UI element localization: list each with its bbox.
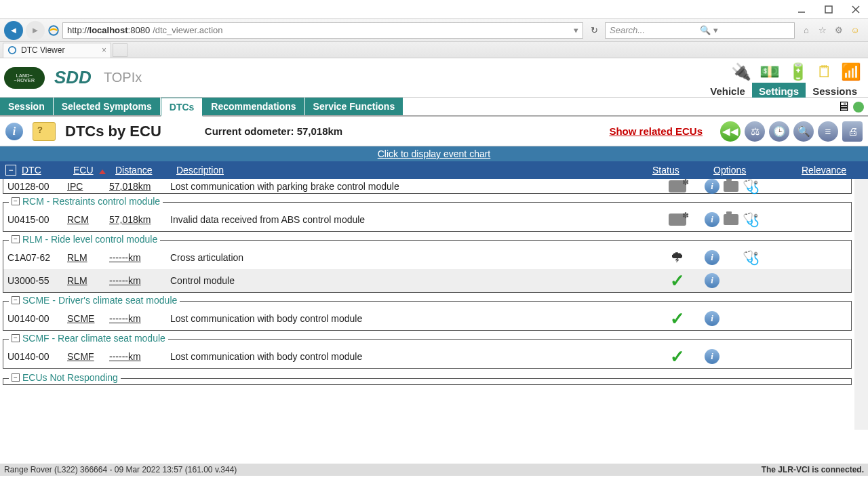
list-icon[interactable]: ≡ bbox=[818, 121, 838, 142]
favorites-icon[interactable]: ☆ bbox=[816, 25, 829, 35]
status-dot-icon bbox=[853, 102, 864, 113]
maximize-button[interactable] bbox=[822, 3, 835, 16]
info-option-icon[interactable]: i bbox=[705, 212, 719, 227]
info-option-icon[interactable]: i bbox=[705, 273, 719, 288]
new-tab-button[interactable] bbox=[113, 43, 127, 57]
tab-close-icon[interactable]: × bbox=[102, 45, 106, 55]
home-icon[interactable]: ⌂ bbox=[800, 25, 812, 35]
expand-icon[interactable]: − bbox=[12, 373, 20, 382]
tab-recommendations[interactable]: Recommendations bbox=[203, 98, 304, 115]
footer-left: Range Rover (L322) 366664 - 09 Mar 2022 … bbox=[4, 465, 237, 474]
cell-distance[interactable]: 57,018km bbox=[109, 181, 170, 192]
scroll-down-button[interactable]: ▼ bbox=[856, 418, 867, 430]
expand-icon[interactable]: − bbox=[12, 197, 20, 205]
cell-ecu[interactable]: IPC bbox=[67, 181, 109, 192]
camera-option-icon[interactable] bbox=[724, 214, 738, 225]
collapse-all-button[interactable]: − bbox=[5, 165, 16, 176]
cloud-icon: 🌩 bbox=[671, 250, 684, 266]
camera-option-icon[interactable] bbox=[724, 181, 738, 192]
rewind-icon[interactable]: ◀◀ bbox=[720, 121, 741, 142]
cell-distance[interactable]: 57,018km bbox=[109, 214, 170, 225]
page-title: DTCs by ECU bbox=[65, 123, 161, 140]
url-dropdown-icon[interactable]: ▾ bbox=[574, 25, 578, 35]
cell-ecu[interactable]: SCMF bbox=[67, 351, 109, 362]
table-row[interactable]: U3000-55RLM------kmControl module✓i bbox=[3, 269, 851, 292]
cell-description: Lost communication with body control mod… bbox=[170, 351, 650, 362]
ecu-group: −RCM - Restraints control moduleU0415-00… bbox=[3, 202, 852, 232]
landrover-badge: LAND~ ~ROVER bbox=[4, 67, 45, 89]
close-button[interactable] bbox=[849, 3, 863, 16]
cell-ecu[interactable]: RLM bbox=[67, 275, 109, 286]
search-icon[interactable]: 🔍 ▾ bbox=[700, 25, 790, 35]
battery-icon[interactable]: 🔋 bbox=[788, 62, 808, 81]
group-name: SCME - Driver's climate seat module bbox=[22, 295, 177, 306]
group-label[interactable]: −RLM - Ride level control module bbox=[9, 234, 160, 245]
monitor-icon[interactable]: 🖥 bbox=[837, 99, 850, 115]
rss-icon[interactable]: 📶 bbox=[841, 62, 861, 81]
topix-label[interactable]: TOPIx bbox=[104, 70, 142, 85]
print-icon[interactable]: 🖨 bbox=[842, 121, 863, 142]
cell-distance[interactable]: ------km bbox=[109, 252, 170, 263]
refresh-button[interactable]: ↻ bbox=[586, 25, 602, 35]
expand-icon[interactable]: − bbox=[12, 334, 20, 342]
browser-tab[interactable]: DTC Viewer × bbox=[3, 43, 111, 58]
minimize-button[interactable] bbox=[795, 3, 808, 16]
back-button[interactable]: ◄ bbox=[4, 21, 23, 40]
table-row[interactable]: U0415-00RCM57,018kmInvalid data received… bbox=[3, 208, 851, 231]
col-dtc[interactable]: DTC bbox=[22, 165, 73, 176]
cell-distance[interactable]: ------km bbox=[109, 313, 170, 324]
search-action-icon[interactable]: 🔍 bbox=[793, 121, 814, 142]
header-icon-row: 🔌 💵 🔋 🗒 📶 bbox=[731, 58, 864, 83]
search-box[interactable]: Search... 🔍 ▾ bbox=[605, 22, 795, 39]
stethoscope-option-icon[interactable]: 🩺 bbox=[743, 179, 760, 195]
info-option-icon[interactable]: i bbox=[705, 349, 719, 364]
folder-icon[interactable] bbox=[33, 122, 56, 141]
table-row[interactable]: U0128-00 IPC 57,018km Lost communication… bbox=[3, 179, 852, 194]
show-related-link[interactable]: Show related ECUs bbox=[609, 125, 703, 137]
info-icon[interactable]: i bbox=[5, 123, 23, 140]
browser-action-icons: ⌂ ☆ ⚙ ☺ bbox=[797, 25, 864, 35]
expand-icon[interactable]: − bbox=[12, 235, 20, 243]
cell-distance[interactable]: ------km bbox=[109, 351, 170, 362]
stethoscope-option-icon[interactable]: 🩺 bbox=[743, 249, 760, 266]
group-name: RLM - Ride level control module bbox=[22, 234, 157, 245]
tab-favicon bbox=[7, 45, 17, 55]
col-distance[interactable]: Distance bbox=[115, 165, 176, 176]
table-row[interactable]: U0140-00SCME------kmLost communication w… bbox=[3, 307, 851, 330]
stethoscope-option-icon[interactable]: 🩺 bbox=[743, 211, 760, 228]
tab-dtcs[interactable]: DTCs bbox=[161, 98, 203, 117]
event-chart-link[interactable]: Click to display event chart bbox=[0, 146, 868, 161]
money-icon[interactable]: 💵 bbox=[760, 62, 780, 81]
expand-icon[interactable]: − bbox=[12, 296, 20, 304]
table-row[interactable]: C1A07-62RLM------kmCross articulation🌩i🩺 bbox=[3, 246, 851, 269]
info-option-icon[interactable]: i bbox=[705, 179, 719, 194]
table-row[interactable]: U0140-00SCMF------kmLost communication w… bbox=[3, 345, 851, 368]
cell-options: i bbox=[705, 349, 793, 364]
col-relevance[interactable]: Relevance bbox=[802, 165, 863, 176]
group-label[interactable]: −SCME - Driver's climate seat module bbox=[9, 295, 180, 306]
balance-icon[interactable]: ⚖ bbox=[745, 121, 765, 142]
tab-service-functions[interactable]: Service Functions bbox=[305, 98, 404, 115]
cell-ecu[interactable]: RLM bbox=[67, 252, 109, 263]
col-status[interactable]: Status bbox=[652, 165, 713, 176]
smiley-icon[interactable]: ☺ bbox=[849, 25, 861, 35]
forward-button[interactable]: ► bbox=[26, 21, 45, 40]
cell-distance[interactable]: ------km bbox=[109, 275, 170, 286]
cell-ecu[interactable]: SCME bbox=[67, 313, 109, 324]
tools-icon[interactable]: ⚙ bbox=[833, 25, 845, 35]
info-option-icon[interactable]: i bbox=[705, 311, 719, 326]
connector-icon[interactable]: 🔌 bbox=[731, 62, 751, 81]
info-option-icon[interactable]: i bbox=[705, 250, 719, 265]
clock-icon[interactable]: 🕒 bbox=[769, 121, 789, 142]
scroll-up-button[interactable]: ▲ bbox=[856, 179, 867, 191]
group-label[interactable]: −SCMF - Rear climate seat module bbox=[9, 333, 168, 344]
address-bar[interactable]: http://localhost:8080/dtc_viewer.action … bbox=[62, 22, 583, 39]
col-description[interactable]: Description bbox=[176, 165, 652, 176]
cell-ecu[interactable]: RCM bbox=[67, 214, 109, 225]
tab-symptoms[interactable]: Selected Symptoms bbox=[54, 98, 161, 115]
tab-session[interactable]: Session bbox=[0, 98, 54, 115]
note-icon[interactable]: 🗒 bbox=[816, 62, 833, 81]
col-ecu[interactable]: ECU bbox=[73, 165, 115, 176]
group-label[interactable]: − ECUs Not Responding bbox=[9, 372, 121, 383]
group-label[interactable]: −RCM - Restraints control module bbox=[9, 196, 163, 207]
